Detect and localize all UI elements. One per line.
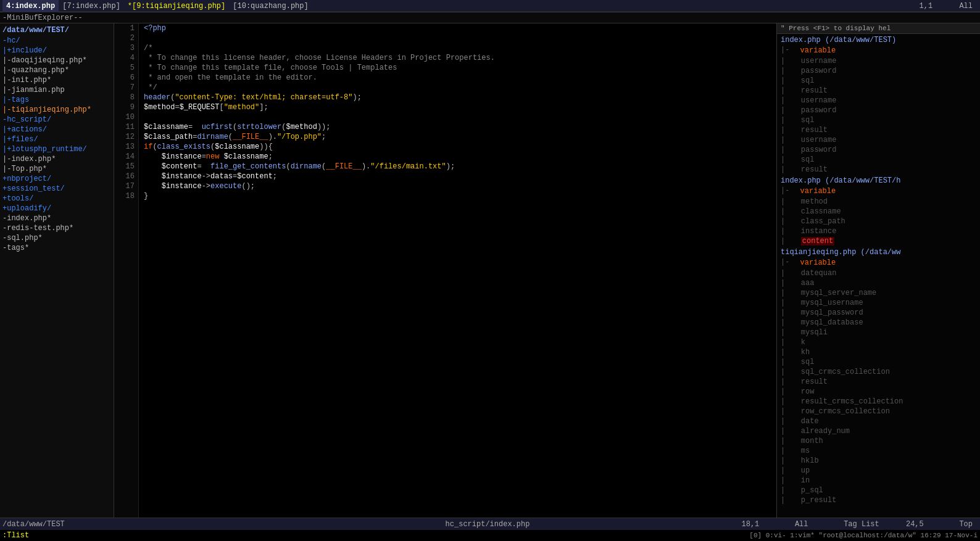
minibuf-bar: -MiniBufExplorer-- (0, 12, 980, 23)
code-line-11: $classname= ucfirst(strtolower($method))… (144, 122, 771, 132)
var-aaa: | aaa (777, 278, 980, 288)
sidebar-item-redis[interactable]: -redis-test.php* (0, 223, 114, 233)
code-line-12: $class_path=dirname(__FILE__)."/Top.php"… (144, 132, 771, 142)
code-line-5: * To change this template file, choose T… (144, 63, 771, 73)
sidebar-item-hc[interactable]: -hc/ (0, 36, 114, 46)
sidebar-item-daoqi[interactable]: |-daoqijieqing.php* (0, 56, 114, 65)
code-line-4: * To change this license header, choose … (144, 53, 771, 63)
tab-tiqianjieqing[interactable]: *[9:tiqianjieqing.php] (124, 0, 229, 12)
var-hklb: | hklb (777, 456, 980, 466)
sidebar-item-actions[interactable]: |+actions/ (0, 125, 114, 134)
cmd-right: [0] 0:vi- 1:vim* "root@localhost:/data/w… (749, 532, 978, 539)
var-content: | content (777, 236, 980, 246)
var-result-2: | result (777, 125, 980, 135)
var-up: | up (777, 466, 980, 476)
sidebar-item-lotus[interactable]: |+lotusphp_runtime/ (0, 144, 114, 154)
cmd-tlist: :Tlist (2, 531, 29, 540)
code-editor: 12345 678910 1112131415 161718 <?php /* … (114, 23, 776, 518)
var-mysql-db: | mysql_database (777, 318, 980, 328)
var-mysql-pass: | mysql_password (777, 308, 980, 318)
code-line-13: if(class_exists($classname)){ (144, 142, 771, 152)
var-instance: | instance (777, 226, 980, 236)
code-line-17: $instance->execute(); (144, 181, 771, 191)
sidebar-item-hc-script[interactable]: -hc_script/ (0, 115, 114, 125)
status-path: /data/www/TEST (2, 520, 65, 529)
cmd-bar: :Tlist [0] 0:vi- 1:vim* "root@localhost:… (0, 530, 980, 541)
var-label-3: |- variable (777, 257, 980, 268)
hint-bar: " Press <F1> to display hel (777, 23, 980, 34)
var-classname: | classname (777, 207, 980, 217)
tag-list-label: Tag List (844, 520, 879, 529)
status-mid: hc_script/index.php (326, 520, 649, 529)
tab-quazhang[interactable]: [10:quazhang.php] (229, 0, 312, 12)
var-in: | in (777, 476, 980, 485)
cmd-left: :Tlist (2, 531, 749, 540)
sidebar-item-uploadify[interactable]: +uploadify/ (0, 204, 114, 213)
code-line-9: $method=$_REQUEST["method"]; (144, 102, 771, 112)
sidebar-item-index-root[interactable]: -index.php* (0, 213, 114, 223)
var-password-2: | password (777, 105, 980, 115)
code-line-14: $instance=new $classname; (144, 152, 771, 162)
right-panel: " Press <F1> to display hel index.php (/… (776, 23, 980, 518)
section-header-3: tiqianjieqing.php (/data/ww (777, 246, 980, 257)
var-p-sql: | p_sql (777, 485, 980, 495)
sidebar-item-tiqian[interactable]: |-tiqianjieqing.php* (0, 105, 114, 115)
tab-index-php-7[interactable]: [7:index.php] (59, 0, 124, 12)
sidebar-item-files[interactable]: |+files/ (0, 134, 114, 144)
sidebar-item-session[interactable]: +session_test/ (0, 184, 114, 194)
sidebar-item-tools[interactable]: +tools/ (0, 194, 114, 204)
var-month: | month (777, 436, 980, 446)
code-line-16: $instance->datas=$content; (144, 171, 771, 181)
var-k: | k (777, 337, 980, 347)
code-line-6: * and open the template in the editor. (144, 73, 771, 83)
var-row-crmcs: | row_crmcs_collection (777, 407, 980, 416)
var-date: | date (777, 416, 980, 426)
status-left: /data/www/TEST (2, 520, 326, 529)
sidebar-item-nbproject[interactable]: +nbproject/ (0, 174, 114, 184)
sidebar-item-index-hc[interactable]: |-index.php* (0, 154, 114, 164)
status-bar: /data/www/TEST hc_script/index.php 18,1 … (0, 518, 980, 530)
sidebar-item-include[interactable]: |+include/ (0, 46, 114, 56)
var-label-1: |- variable (777, 45, 980, 56)
sidebar-item-jianmian[interactable]: |-jianmian.php (0, 85, 114, 95)
root-path: /data/www/TEST/ (0, 25, 114, 36)
var-kh: | kh (777, 347, 980, 357)
line-numbers: 12345 678910 1112131415 161718 (114, 23, 139, 518)
var-label-2: |- variable (777, 186, 980, 197)
code-line-2 (144, 33, 771, 43)
var-p-result: | p_result (777, 495, 980, 505)
file-explorer: /data/www/TEST/ -hc/ |+include/ |-daoqij… (0, 23, 114, 518)
sidebar-item-sql[interactable]: -sql.php* (0, 233, 114, 243)
var-result-tq: | result (777, 377, 980, 387)
var-datequan: | datequan (777, 268, 980, 278)
sidebar-item-top[interactable]: |-Top.php* (0, 164, 114, 174)
var-username-3: | username (777, 135, 980, 145)
var-username-2: | username (777, 96, 980, 105)
tag-col: 24,5 (906, 520, 924, 529)
var-username-1: | username (777, 56, 980, 66)
sidebar-item-tags[interactable]: |-tags (0, 95, 114, 105)
var-sql-2: | sql (777, 115, 980, 125)
var-sql-tq: | sql (777, 357, 980, 367)
var-mysqli: | mysqli (777, 328, 980, 337)
var-ms: | ms (777, 446, 980, 456)
var-password-1: | password (777, 66, 980, 76)
var-method: | method (777, 197, 980, 207)
sidebar-item-init[interactable]: |-init.php* (0, 75, 114, 85)
var-mysql-server: | mysql_server_name (777, 288, 980, 298)
sidebar-item-tags-root[interactable]: -tags* (0, 243, 114, 253)
main-area: /data/www/TEST/ -hc/ |+include/ |-daoqij… (0, 23, 980, 518)
code-area: 12345 678910 1112131415 161718 <?php /* … (114, 23, 776, 518)
var-already-num: | already_num (777, 426, 980, 436)
code-line-3: /* (144, 43, 771, 53)
section-header-1: index.php (/data/www/TEST) (777, 34, 980, 45)
var-password-3: | password (777, 145, 980, 155)
cmd-status: [0] 0:vi- 1:vim* "root@localhost:/data/w… (749, 532, 978, 539)
var-sql-1: | sql (777, 76, 980, 86)
code-content[interactable]: <?php /* * To change this license header… (139, 23, 776, 518)
sidebar-item-quazhang[interactable]: |-quazhang.php* (0, 65, 114, 75)
status-line-col: 18,1 (742, 520, 760, 529)
code-line-18: } (144, 191, 771, 201)
tab-index-php[interactable]: 4:index.php (2, 0, 59, 12)
code-line-1: <?php (144, 23, 771, 33)
